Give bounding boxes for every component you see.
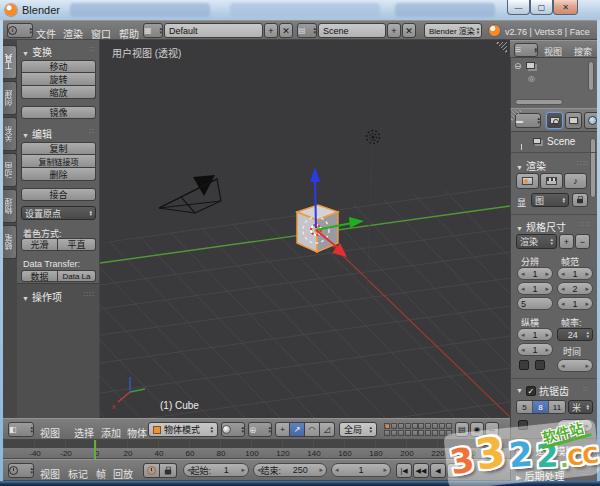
- stepper-right-icon[interactable]: ▸: [241, 466, 245, 474]
- editor-type-button-info[interactable]: i ▴▾: [7, 23, 33, 38]
- editor-type-button-properties[interactable]: ▬ ▴▾: [515, 113, 541, 128]
- panel-transform-header[interactable]: ▼变换: [22, 44, 52, 59]
- menu-render[interactable]: 渲染: [63, 26, 83, 41]
- aa-sample-11[interactable]: 11: [549, 401, 565, 413]
- render-animation-button[interactable]: [540, 173, 563, 189]
- panel-drag-dots[interactable]: ::: [583, 385, 589, 392]
- manipulator-toggle-button[interactable]: +: [275, 422, 290, 437]
- delete-button[interactable]: 删除: [21, 168, 96, 181]
- crop-checkbox[interactable]: [535, 360, 545, 370]
- stepper-right-icon[interactable]: ▸: [545, 285, 549, 293]
- render-engine-dropdown[interactable]: Blender 渲染▴▾: [424, 23, 482, 38]
- rotate-button[interactable]: 旋转: [21, 73, 96, 86]
- current-frame-field[interactable]: ◂ 1 ▸: [331, 463, 391, 477]
- jump-to-start-button[interactable]: |◀: [396, 463, 412, 478]
- layers-grid-1[interactable]: [384, 423, 418, 436]
- outliner-tree[interactable]: ⊖ ◎: [510, 58, 597, 108]
- menu-add[interactable]: 添加: [101, 425, 121, 440]
- minimize-button[interactable]: —: [507, 0, 530, 15]
- stepper-right-icon[interactable]: ▸: [585, 300, 589, 308]
- maximize-button[interactable]: ▢: [530, 0, 553, 15]
- display-lock-button[interactable]: [572, 193, 588, 207]
- menu-tl-marker[interactable]: 标记: [68, 466, 88, 481]
- resolution-x-field[interactable]: ◂1▸: [517, 267, 553, 280]
- manipulator-z-arrow[interactable]: [310, 167, 320, 182]
- delete-scene-button[interactable]: ✕: [402, 23, 416, 38]
- stepper-right-icon[interactable]: ▸: [545, 270, 549, 278]
- tab-grease-pencil[interactable]: 蜡笔: [3, 225, 17, 259]
- frame-end-field[interactable]: ◂ 结束: 250 ▸: [253, 463, 327, 477]
- render-still-button[interactable]: [516, 173, 539, 189]
- stepper-right-icon[interactable]: ▸: [585, 285, 589, 293]
- data-layout-transfer-button[interactable]: Data La: [58, 270, 96, 282]
- panel-drag-dots[interactable]: ::::: [577, 159, 589, 166]
- screen-layout-icon[interactable]: ▦▴▾: [143, 23, 163, 38]
- mirror-button[interactable]: 镜像: [21, 106, 96, 119]
- aa-sample-5[interactable]: 5: [517, 401, 533, 413]
- duplicate-button[interactable]: 复制: [21, 142, 96, 155]
- join-button[interactable]: 接合: [21, 188, 96, 201]
- menu-tl-frame[interactable]: 帧: [96, 466, 106, 481]
- antialias-checkbox[interactable]: ✓: [526, 386, 536, 396]
- scene-browse-icon[interactable]: ▤▴▾: [297, 23, 317, 38]
- tab-relations[interactable]: 关系: [3, 117, 17, 151]
- editor-type-button-timeline[interactable]: ▴▾: [8, 463, 34, 478]
- expand-icon[interactable]: ⊖: [514, 61, 522, 71]
- translate-manipulator-button[interactable]: ↗: [290, 422, 305, 437]
- menu-view[interactable]: 视图: [40, 425, 60, 440]
- time-remap-field[interactable]: ◂▸: [557, 359, 593, 372]
- menu-object[interactable]: 物体: [127, 425, 147, 440]
- camera-object[interactable]: [159, 175, 221, 213]
- time-sync-button[interactable]: [143, 463, 160, 478]
- panel-drag-dots[interactable]: ::: [89, 127, 95, 134]
- stepper-right-icon[interactable]: ▸: [383, 466, 387, 474]
- tab-animation[interactable]: 动画: [3, 153, 17, 187]
- tree-sub-icon[interactable]: ◎: [528, 74, 535, 83]
- tab-tools[interactable]: 工具: [3, 45, 17, 79]
- aspect-x-field[interactable]: ◂1▸: [517, 328, 553, 341]
- viewport-shading-dropdown[interactable]: ▴▾: [221, 422, 245, 437]
- titlebar[interactable]: Blender — ▢ ✕: [0, 0, 600, 20]
- aa-filter-dropdown[interactable]: 米▴▾: [568, 400, 593, 414]
- delete-layout-button[interactable]: ✕: [279, 23, 293, 38]
- editor-type-button-3dview[interactable]: ◧ ▴▾: [8, 422, 34, 437]
- play-reverse-button[interactable]: ◀: [430, 463, 446, 478]
- add-scene-button[interactable]: +: [387, 23, 401, 38]
- border-checkbox[interactable]: [519, 360, 529, 370]
- frame-start-field[interactable]: ◂ 起始: 1 ▸: [183, 463, 249, 477]
- mode-dropdown[interactable]: 物体模式 ▴▾: [148, 422, 218, 437]
- aa-samples-segment[interactable]: 5 8 11: [516, 400, 566, 414]
- stepper-left-icon[interactable]: ◂: [561, 362, 565, 370]
- menu-window[interactable]: 窗口: [91, 26, 111, 41]
- remove-preset-button[interactable]: −: [575, 234, 590, 249]
- scene-name-field[interactable]: Scene: [318, 23, 386, 38]
- aspect-y-field[interactable]: ◂1▸: [517, 343, 553, 356]
- panel-drag-dots[interactable]: ::: [89, 45, 95, 52]
- panel-drag-dots[interactable]: ::::: [579, 220, 591, 227]
- panel-edit-header[interactable]: ▼编辑: [22, 126, 52, 141]
- timeline-ruler[interactable]: -40 -20 0 20 40 60 80 100 120 140 160 18…: [3, 448, 510, 459]
- pivot-dropdown[interactable]: ⊕▴▾: [248, 422, 272, 437]
- tab-physics[interactable]: 物理: [3, 189, 17, 223]
- render-audio-button[interactable]: ♪: [564, 173, 587, 189]
- shade-smooth-button[interactable]: 光滑: [21, 238, 58, 251]
- editor-type-button-outliner[interactable]: ☰ ▴▾: [514, 43, 538, 57]
- menu-file[interactable]: 文件: [36, 26, 56, 41]
- frame-end-prop-field[interactable]: ◂2▸: [557, 282, 593, 295]
- menu-help[interactable]: 帮助: [119, 26, 139, 41]
- panel-render-header[interactable]: ▼渲染: [516, 158, 546, 173]
- duplicate-linked-button[interactable]: 复制链接项: [21, 155, 96, 168]
- stepper-right-icon[interactable]: ▸: [545, 331, 549, 339]
- stepper-right-icon[interactable]: ▸: [585, 362, 589, 370]
- stepper-right-icon[interactable]: ▸: [545, 346, 549, 354]
- timeline-tracks[interactable]: [3, 440, 510, 448]
- orientation-dropdown[interactable]: 全局▴▾: [339, 422, 377, 437]
- add-layout-button[interactable]: +: [264, 23, 278, 38]
- tab-render-layers[interactable]: [565, 112, 582, 129]
- add-preset-button[interactable]: +: [559, 234, 574, 249]
- data-transfer-button[interactable]: 数据: [21, 270, 58, 282]
- rewind-button[interactable]: ◀◀: [413, 463, 429, 478]
- display-dropdown[interactable]: 图▴▾: [531, 193, 569, 207]
- resolution-percent-field[interactable]: 5: [517, 297, 553, 310]
- stepper-right-icon[interactable]: ▸: [585, 270, 589, 278]
